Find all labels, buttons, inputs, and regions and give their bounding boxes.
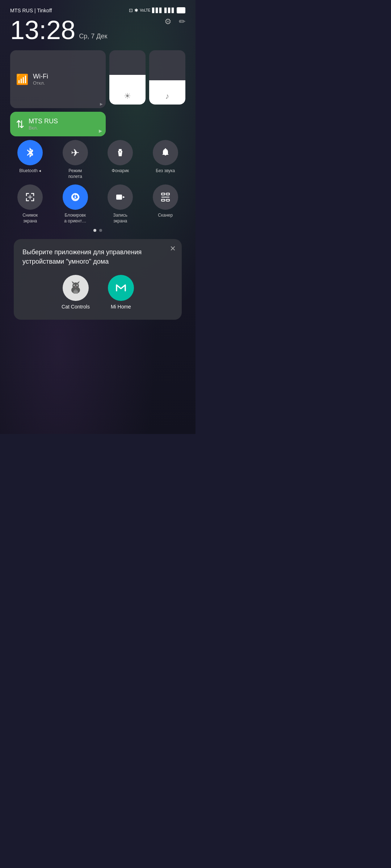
flashlight-label: Фонарик xyxy=(112,168,129,174)
orientation-label: Блокировка ориент… xyxy=(64,213,86,224)
toggle-scanner[interactable]: Сканер xyxy=(146,184,186,224)
svg-rect-24 xyxy=(166,199,169,201)
wifi-arrow: ▶ xyxy=(100,102,103,106)
screenshot-label: Снимокэкрана xyxy=(22,213,38,224)
airplane-label: Режимполета xyxy=(68,168,82,179)
svg-point-34 xyxy=(77,285,77,286)
silent-label: Без звука xyxy=(156,168,175,174)
toggle-flashlight[interactable]: Фонарик xyxy=(100,140,140,179)
signal-icon-2: ▋▋▋ xyxy=(164,8,175,13)
svg-rect-36 xyxy=(73,291,78,294)
app-choices: Cat Controls Mi Home xyxy=(22,275,173,310)
wifi-status: Откл. xyxy=(33,80,48,86)
flashlight-circle xyxy=(108,140,133,165)
svg-point-28 xyxy=(72,282,79,289)
status-bar: MTS RUS | Tinkoff ⊡ ✱ VoLTE ▋▋▋ ▋▋▋ 56 xyxy=(10,7,185,13)
scanner-circle xyxy=(153,184,178,210)
bluetooth-status-icon: ✱ xyxy=(134,8,138,13)
bluetooth-circle xyxy=(17,140,43,165)
battery-indicator: 56 xyxy=(177,7,185,13)
carrier-label: MTS RUS | Tinkoff xyxy=(10,8,52,13)
toggle-orientation[interactable]: Блокировка ориент… xyxy=(55,184,96,224)
scanner-label: Сканер xyxy=(158,213,173,218)
airplane-circle: ✈ xyxy=(63,140,88,165)
mts-icon: ⇅ xyxy=(16,118,24,130)
bluetooth-label: Bluetooth ◂ xyxy=(19,168,41,174)
mts-name: MTS RUS xyxy=(29,118,58,125)
svg-point-3 xyxy=(165,148,166,150)
pagination-dots xyxy=(10,229,185,232)
svg-rect-19 xyxy=(116,195,122,200)
toggle-bluetooth[interactable]: Bluetooth ◂ xyxy=(10,140,50,179)
clock-date: Ср, 7 Дек xyxy=(79,33,107,40)
wifi-name: Wi-Fi xyxy=(33,73,48,80)
nfc-icon: ⊡ xyxy=(129,8,133,13)
music-icon: ♪ xyxy=(165,92,169,101)
top-tiles: 📶 Wi-Fi Откл. ▶ ☀ ♪ ⇅ MTS RUS xyxy=(10,50,185,136)
cat-controls-svg xyxy=(66,278,85,297)
orientation-svg xyxy=(70,192,80,202)
toggle-silent[interactable]: Без звука xyxy=(146,140,186,179)
svg-rect-2 xyxy=(119,152,121,152)
screenshot-svg xyxy=(25,192,35,202)
quick-toggles-row2: Снимокэкрана Блокировка ориент… xyxy=(10,184,185,224)
mts-tile[interactable]: ⇅ MTS RUS Вкл. ▶ xyxy=(10,112,106,136)
media-slider[interactable]: ♪ xyxy=(149,50,185,105)
cat-controls-label: Cat Controls xyxy=(62,304,90,310)
mts-arrow: ▶ xyxy=(99,128,102,133)
smart-home-popup: ✕ Выберите приложения для управления уст… xyxy=(14,239,182,319)
svg-rect-23 xyxy=(161,199,165,201)
mi-home-svg xyxy=(112,278,130,297)
mi-home-icon xyxy=(108,275,134,301)
popup-close-button[interactable]: ✕ xyxy=(170,244,176,253)
silent-circle xyxy=(153,140,178,165)
svg-marker-20 xyxy=(123,196,125,198)
bell-svg xyxy=(160,148,171,158)
clock-time: 13:28 xyxy=(10,17,75,43)
svg-rect-22 xyxy=(166,193,169,195)
settings-icon[interactable]: ⚙ xyxy=(164,17,172,26)
mts-status: Вкл. xyxy=(29,125,58,131)
cat-controls-icon xyxy=(63,275,89,301)
quick-toggles-row1: Bluetooth ◂ ✈ Режимполета Фонарик xyxy=(10,140,185,179)
clock-area: 13:28 Ср, 7 Дек xyxy=(10,17,107,43)
wifi-tile[interactable]: 📶 Wi-Fi Откл. ▶ xyxy=(10,50,106,108)
svg-point-16 xyxy=(74,196,76,198)
screen-record-circle xyxy=(108,184,133,210)
brightness-icon: ☀ xyxy=(124,92,131,101)
clock-action-icons: ⚙ ✏ xyxy=(164,17,185,26)
svg-point-33 xyxy=(74,285,75,286)
dot-2 xyxy=(99,229,102,232)
toggle-screen-record[interactable]: Записьэкрана xyxy=(100,184,140,224)
svg-rect-21 xyxy=(161,193,165,195)
toggle-screenshot[interactable]: Снимокэкрана xyxy=(10,184,50,224)
brightness-slider[interactable]: ☀ xyxy=(109,50,146,105)
edit-icon[interactable]: ✏ xyxy=(179,17,185,26)
airplane-icon: ✈ xyxy=(71,147,79,159)
app-choice-mi-home[interactable]: Mi Home xyxy=(108,275,134,310)
svg-rect-0 xyxy=(119,149,122,151)
wifi-icon: 📶 xyxy=(16,73,29,85)
popup-title: Выберите приложения для управления устро… xyxy=(22,248,173,266)
signal-icon-1: ▋▋▋ xyxy=(152,8,163,13)
screen-record-label: Записьэкрана xyxy=(113,213,127,224)
status-icons: ⊡ ✱ VoLTE ▋▋▋ ▋▋▋ 56 xyxy=(129,7,185,13)
screenshot-circle xyxy=(17,184,43,210)
orientation-circle xyxy=(63,184,88,210)
dot-1 xyxy=(93,229,96,232)
mi-home-label: Mi Home xyxy=(111,304,131,310)
scanner-svg xyxy=(160,192,171,202)
app-choice-cat-controls[interactable]: Cat Controls xyxy=(62,275,90,310)
bluetooth-svg xyxy=(25,147,35,158)
flashlight-svg xyxy=(115,148,125,158)
screenrecord-svg xyxy=(115,192,125,202)
toggle-airplane[interactable]: ✈ Режимполета xyxy=(55,140,96,179)
volte-icon: VoLTE xyxy=(140,8,150,12)
